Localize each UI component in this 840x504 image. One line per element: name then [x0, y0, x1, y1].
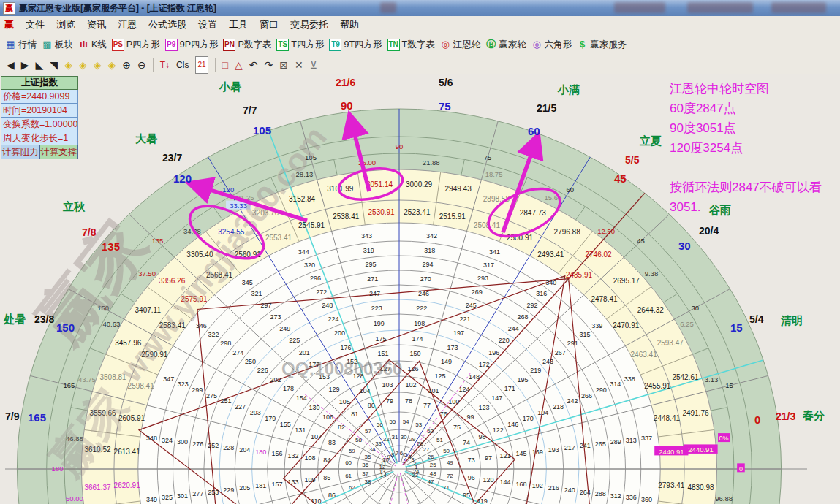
- zoom-out-icon[interactable]: ⊖: [137, 58, 146, 72]
- diamond-left-icon[interactable]: ◈: [64, 58, 72, 72]
- toolbar-button-行情[interactable]: ▦行情: [5, 39, 37, 51]
- rotate-cw-icon[interactable]: ↷: [265, 58, 273, 72]
- svg-text:288: 288: [595, 490, 606, 497]
- toolbar-button-9P四方形[interactable]: P99P四方形: [165, 39, 219, 51]
- svg-text:120: 120: [483, 476, 493, 484]
- svg-text:6.25: 6.25: [680, 320, 694, 328]
- svg-text:2847.73: 2847.73: [520, 209, 547, 217]
- dart-up-icon[interactable]: ◣: [36, 58, 44, 72]
- cross-arrows-icon[interactable]: ✕: [295, 58, 303, 72]
- svg-text:194: 194: [537, 409, 548, 416]
- svg-text:8: 8: [391, 451, 395, 458]
- svg-text:176: 176: [340, 344, 351, 351]
- svg-text:110: 110: [311, 497, 321, 504]
- svg-text:154: 154: [296, 394, 307, 402]
- menu-item-浏览[interactable]: 浏览: [50, 17, 81, 33]
- toolbar-button-T数字表[interactable]: TNT数字表: [387, 39, 435, 51]
- zoom-in-icon[interactable]: ⊕: [122, 58, 131, 72]
- nav-right-icon[interactable]: ▶: [21, 58, 29, 72]
- redacted-block: [771, 2, 826, 13]
- toolbar-label: 赢家轮: [499, 39, 526, 51]
- menu-item-公式选股[interactable]: 公式选股: [143, 17, 192, 33]
- toolbar-button-T四方形[interactable]: TST四方形: [276, 39, 324, 51]
- svg-text:50: 50: [443, 448, 450, 454]
- toolbar-label: 行情: [18, 39, 37, 51]
- menu-item-帮助[interactable]: 帮助: [334, 17, 365, 33]
- svg-text:2515.91: 2515.91: [439, 213, 466, 221]
- svg-text:2593.47: 2593.47: [657, 339, 684, 347]
- toolbar-button-赢家服务[interactable]: $赢家服务: [577, 39, 627, 51]
- svg-text:34: 34: [369, 446, 376, 453]
- diamond-right-icon[interactable]: ◈: [79, 58, 87, 72]
- toolbar-button-六角形[interactable]: ◎六角形: [531, 39, 572, 51]
- svg-text:252: 252: [208, 442, 219, 449]
- funnel-icon[interactable]: ⊻: [310, 58, 317, 72]
- svg-text:272: 272: [316, 289, 327, 296]
- svg-text:219: 219: [530, 367, 541, 374]
- triangle-tool-icon[interactable]: △: [235, 58, 243, 72]
- svg-text:2538.41: 2538.41: [333, 213, 360, 221]
- 江恩轮-icon: ◎: [440, 39, 451, 50]
- svg-text:82: 82: [338, 424, 345, 431]
- window-title: 赢家江恩专业版[赢家服务平台] - [上证指数 江恩轮]: [19, 2, 216, 15]
- rotate-ccw-icon[interactable]: ↶: [249, 58, 258, 72]
- redacted-block: [614, 2, 665, 13]
- toolbar-button-9T四方形[interactable]: T99T四方形: [329, 39, 382, 51]
- calc-resistance-button[interactable]: 计算阻力: [1, 145, 40, 159]
- wheel-outer-label-165: 165: [28, 411, 46, 424]
- svg-text:204: 204: [239, 446, 250, 454]
- wheel-outer-label-清明: 清明: [781, 314, 803, 328]
- svg-text:274: 274: [232, 349, 243, 356]
- svg-text:319: 319: [363, 247, 374, 254]
- svg-text:80: 80: [368, 402, 375, 409]
- svg-text:226: 226: [257, 367, 268, 374]
- svg-text:199: 199: [374, 320, 385, 327]
- svg-text:253: 253: [208, 489, 219, 496]
- wheel-outer-label-立秋: 立秋: [63, 200, 85, 214]
- svg-text:193: 193: [548, 446, 559, 454]
- svg-text:296: 296: [310, 275, 321, 282]
- nav-left-icon[interactable]: ◀: [7, 58, 15, 72]
- toolbar-button-板块[interactable]: ▩板块: [42, 39, 73, 51]
- svg-text:249: 249: [279, 325, 290, 332]
- toolbar-label: 江恩轮: [453, 39, 481, 51]
- svg-text:3152.84: 3152.84: [289, 195, 316, 203]
- menu-item-工具[interactable]: 工具: [223, 17, 254, 33]
- toolbar-label: K线: [91, 39, 107, 51]
- box-x-icon[interactable]: ⊠: [279, 58, 288, 72]
- toolbar-button-K线[interactable]: ılıK线: [78, 39, 107, 51]
- P四方形-icon: PS: [112, 39, 124, 51]
- svg-text:97: 97: [485, 454, 492, 462]
- menu-item-文件[interactable]: 文件: [20, 17, 50, 33]
- wheel-outer-label-5/4: 5/4: [749, 313, 763, 325]
- menu-item-江恩[interactable]: 江恩: [112, 17, 143, 33]
- svg-text:2613.41: 2613.41: [114, 448, 141, 456]
- menu-item-交易委托[interactable]: 交易委托: [284, 17, 334, 33]
- t-arrow-icon[interactable]: T↓: [160, 58, 170, 72]
- wheel-outer-label-45: 45: [614, 172, 627, 185]
- menu-logo-icon: 赢: [4, 18, 14, 31]
- wheel-outer-label-60: 60: [528, 125, 540, 137]
- toolbar-button-P四方形[interactable]: PSP四方形: [112, 39, 160, 51]
- square-tool-icon[interactable]: □: [222, 58, 228, 72]
- menu-item-资讯[interactable]: 资讯: [81, 17, 112, 33]
- svg-text:75: 75: [484, 153, 492, 161]
- svg-text:47: 47: [428, 478, 434, 485]
- menu-item-设置[interactable]: 设置: [192, 17, 223, 33]
- diamond-up-icon[interactable]: ◈: [94, 58, 102, 72]
- toolbar-button-江恩轮[interactable]: ◎江恩轮: [440, 39, 481, 51]
- toolbar-button-赢家轮[interactable]: Ⓑ赢家轮: [485, 39, 526, 51]
- gann-wheel-chart[interactable]: 1234567891011121314232425262728293031323…: [0, 74, 840, 504]
- svg-text:324: 324: [162, 437, 173, 444]
- dart-down-icon[interactable]: ◥: [50, 58, 58, 72]
- toolbar-button-P数字表[interactable]: PNP数字表: [223, 39, 271, 51]
- menu-item-窗口[interactable]: 窗口: [254, 17, 284, 33]
- cls-button[interactable]: Cls: [176, 58, 189, 72]
- calendar-21-icon[interactable]: 21: [195, 56, 208, 74]
- annotation-note: 按循环法则2847不破可以看: [670, 177, 822, 197]
- calc-support-button[interactable]: 计算支撑: [40, 145, 79, 159]
- diamond-down-icon[interactable]: ◈: [107, 58, 116, 72]
- svg-text:270: 270: [420, 275, 431, 283]
- svg-text:103: 103: [382, 381, 393, 389]
- svg-text:198: 198: [414, 320, 425, 327]
